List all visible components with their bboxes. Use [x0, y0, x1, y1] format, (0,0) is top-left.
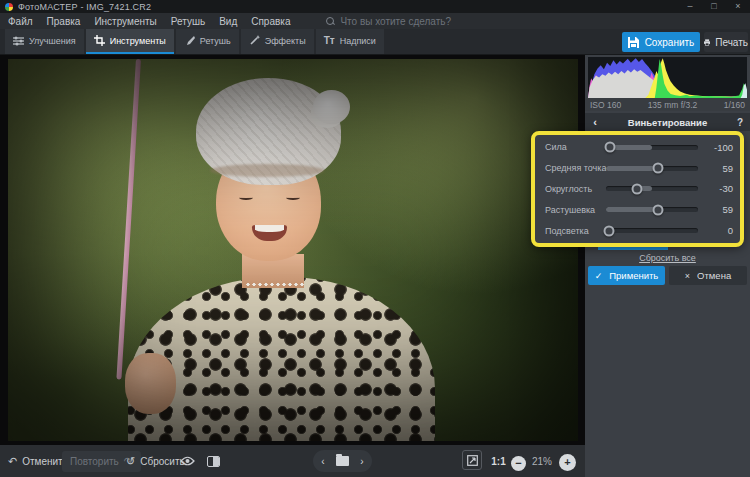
tool-panel-title: Виньетирование	[605, 117, 730, 128]
slider-fill	[606, 166, 657, 171]
show-original-button[interactable]	[176, 451, 198, 471]
search-input[interactable]: Что вы хотите сделать?	[326, 16, 451, 27]
exif-focal: 135 mm f/3.2	[648, 100, 698, 110]
histogram	[588, 57, 747, 98]
window-title: ФотоМАСТЕР - IMG_7421.CR2	[18, 2, 151, 12]
menu-edit[interactable]: Правка	[47, 16, 81, 27]
photo-canvas[interactable]	[0, 55, 585, 445]
midpoint-slider[interactable]	[606, 166, 698, 171]
photo-girl-eye	[286, 195, 300, 200]
photo-girl-hand	[125, 353, 176, 414]
slider-value: 0	[707, 225, 733, 236]
zoom-in-button[interactable]: +	[559, 452, 576, 472]
maximize-button[interactable]: □	[702, 0, 726, 13]
minus-icon: −	[511, 456, 526, 471]
roundness-slider[interactable]	[606, 186, 698, 191]
slider-label: Средняя точка	[545, 163, 606, 173]
slider-handle[interactable]	[652, 204, 663, 215]
menu-retouch[interactable]: Ретушь	[171, 16, 205, 27]
slider-value: -100	[707, 142, 733, 153]
zoom-level[interactable]: 21%	[529, 451, 555, 471]
save-label: Сохранить	[645, 37, 695, 48]
close-button[interactable]: ×	[726, 0, 750, 13]
print-label: Печать	[715, 37, 748, 48]
menu-view[interactable]: Вид	[219, 16, 237, 27]
cancel-label: Отмена	[697, 270, 731, 281]
tab-label: Эффекты	[265, 36, 306, 46]
app-logo-icon	[5, 3, 13, 11]
crop-icon	[94, 35, 105, 46]
slider-value: -30	[707, 183, 733, 194]
vignette-sliders-panel: Сила -100 Средняя точка 59 Округлость -3…	[531, 131, 744, 247]
before-after-icon	[207, 456, 220, 467]
slider-handle[interactable]	[632, 183, 643, 194]
tab-label: Ретушь	[200, 36, 231, 46]
tab-enhancements[interactable]: Улучшения	[5, 29, 84, 54]
slider-handle[interactable]	[604, 142, 615, 153]
floppy-icon	[628, 37, 639, 48]
printer-icon	[704, 37, 710, 48]
eye-icon	[180, 456, 195, 466]
tool-tab-bar: Улучшения Инструменты Ретушь Эффекты Tт …	[0, 29, 750, 55]
photo-hat-flower	[313, 90, 350, 124]
search-placeholder: Что вы хотите сделать?	[340, 16, 451, 27]
tab-label: Улучшения	[29, 36, 76, 46]
fit-to-screen-button[interactable]	[462, 450, 482, 470]
highlight-slider[interactable]	[606, 228, 698, 233]
save-button[interactable]: Сохранить	[622, 32, 700, 52]
slider-fill	[610, 145, 652, 150]
menu-help[interactable]: Справка	[251, 16, 290, 27]
feather-slider[interactable]	[606, 207, 698, 212]
photo-girl-dress	[128, 277, 436, 441]
undo-icon: ↶	[8, 456, 17, 467]
text-icon: Tт	[324, 35, 335, 46]
print-button[interactable]: Печать	[704, 32, 748, 52]
app-window: ФотоМАСТЕР - IMG_7421.CR2 – □ × Файл Пра…	[0, 0, 750, 477]
undo-button[interactable]: ↶ Отменить	[8, 451, 68, 471]
magic-wand-icon	[249, 35, 260, 46]
slider-handle[interactable]	[603, 225, 614, 236]
slider-label: Сила	[545, 142, 606, 152]
photo-pink-ribbon	[117, 59, 142, 379]
photo-girl-necklace	[245, 282, 305, 287]
before-after-button[interactable]	[203, 451, 223, 471]
check-icon: ✓	[595, 271, 603, 281]
slider-handle[interactable]	[652, 163, 663, 174]
redo-label: Повторить	[70, 456, 119, 467]
sliders-icon	[13, 36, 24, 46]
tab-captions[interactable]: Tт Надписи	[316, 29, 384, 54]
right-sidebar: ISO 160 135 mm f/3.2 1/160 ‹ Виньетирова…	[585, 55, 750, 477]
folder-icon[interactable]	[336, 456, 349, 466]
tab-label: Надписи	[340, 36, 376, 46]
tab-label: Инструменты	[110, 36, 166, 46]
menu-tools[interactable]: Инструменты	[94, 16, 156, 27]
next-photo-button[interactable]: ›	[357, 456, 367, 467]
fit-screen-icon	[467, 455, 478, 466]
slider-label: Округлость	[545, 184, 606, 194]
title-bar: ФотоМАСТЕР - IMG_7421.CR2 – □ ×	[0, 0, 750, 13]
reset-all-link[interactable]: Сбросить все	[585, 253, 750, 263]
minimize-button[interactable]: –	[678, 0, 702, 13]
strength-slider[interactable]	[606, 145, 698, 150]
slider-row-midpoint: Средняя точка 59	[545, 158, 733, 179]
help-button[interactable]: ?	[730, 117, 750, 128]
brush-icon	[184, 35, 195, 46]
apply-label: Применить	[609, 270, 658, 281]
menu-bar: Файл Правка Инструменты Ретушь Вид Справ…	[0, 13, 750, 29]
tab-effects[interactable]: Эффекты	[241, 29, 314, 54]
menu-file[interactable]: Файл	[8, 16, 33, 27]
window-controls: – □ ×	[678, 0, 750, 13]
tab-instruments[interactable]: Инструменты	[86, 29, 174, 54]
plus-icon: +	[559, 454, 576, 471]
exif-iso: ISO 160	[590, 100, 621, 110]
tab-retouch[interactable]: Ретушь	[176, 29, 239, 54]
zoom-1-1-button[interactable]: 1:1	[487, 451, 510, 471]
prev-photo-button[interactable]: ‹	[318, 456, 328, 467]
apply-button[interactable]: ✓ Применить	[588, 266, 665, 285]
exif-shutter: 1/160	[724, 100, 745, 110]
back-arrow-button[interactable]: ‹	[585, 116, 605, 128]
cancel-button[interactable]: × Отмена	[669, 266, 747, 285]
slider-value: 59	[707, 163, 733, 174]
slider-row-highlight: Подсветка 0	[545, 220, 733, 241]
zoom-out-button[interactable]: −	[511, 453, 526, 473]
